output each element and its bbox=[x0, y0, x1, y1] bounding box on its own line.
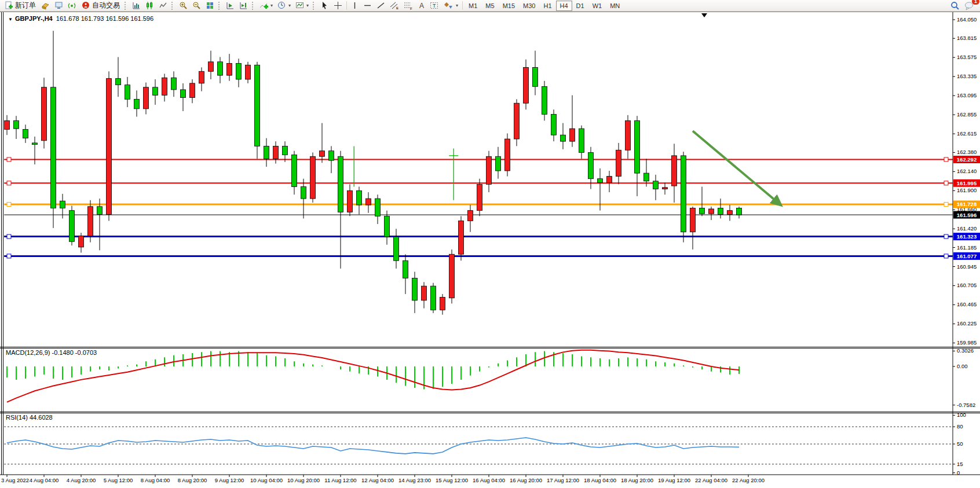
rsi-tick-label: 100 bbox=[957, 412, 966, 418]
bar-chart-button[interactable] bbox=[130, 0, 143, 12]
search-button[interactable] bbox=[948, 0, 962, 12]
price-tick-label: 159.985 bbox=[957, 339, 977, 346]
toolbar-grip[interactable] bbox=[171, 2, 175, 10]
candle bbox=[338, 156, 343, 212]
candle bbox=[385, 216, 390, 237]
shapes-button[interactable]: ▾ bbox=[441, 0, 460, 12]
toolbar-grip[interactable] bbox=[252, 2, 255, 10]
collapse-triangle-icon[interactable]: ▼ bbox=[8, 17, 13, 22]
templates-button[interactable]: ▾ bbox=[293, 0, 311, 12]
chart-plot-area[interactable] bbox=[4, 13, 953, 347]
rsi-tick-label: 0 bbox=[957, 469, 960, 476]
date-label: 17 Aug 12:00 bbox=[547, 477, 579, 483]
auto-scroll-button[interactable] bbox=[224, 0, 237, 12]
candle bbox=[496, 156, 501, 171]
tf-button-M15[interactable]: M15 bbox=[499, 1, 519, 11]
tf-button-M30[interactable]: M30 bbox=[519, 1, 539, 11]
rsi-name: RSI(14) bbox=[6, 414, 28, 421]
toolbar-grip[interactable] bbox=[218, 2, 222, 10]
line-handle[interactable] bbox=[7, 254, 11, 258]
rsi-tick-label: 15 bbox=[957, 461, 963, 467]
tf-button-MN[interactable]: MN bbox=[606, 1, 624, 11]
chart-shift-button[interactable] bbox=[237, 0, 250, 12]
candle bbox=[672, 156, 677, 186]
tf-button-D1[interactable]: D1 bbox=[572, 1, 588, 11]
line-handle[interactable] bbox=[944, 157, 948, 162]
candle bbox=[487, 156, 492, 184]
candle bbox=[236, 64, 242, 79]
crosshair-button[interactable] bbox=[331, 0, 345, 12]
candle bbox=[709, 209, 714, 214]
candle bbox=[524, 67, 529, 103]
candle bbox=[60, 201, 65, 208]
line-handle[interactable] bbox=[7, 234, 11, 239]
candlestick-chart-button[interactable] bbox=[143, 0, 156, 12]
candle bbox=[653, 181, 659, 189]
line-handle[interactable] bbox=[944, 202, 948, 206]
toolbar-grip[interactable] bbox=[125, 2, 128, 10]
price-tick-label: 160.705 bbox=[957, 282, 977, 288]
tf-button-H1[interactable]: H1 bbox=[539, 1, 555, 11]
auto-trading-button[interactable]: 自动交易 bbox=[79, 0, 123, 12]
line-chart-button[interactable] bbox=[156, 0, 170, 12]
signal-icon bbox=[68, 1, 76, 10]
cursor-button[interactable] bbox=[318, 0, 331, 12]
text-button[interactable]: A bbox=[415, 0, 427, 12]
candle bbox=[218, 62, 223, 75]
line-handle[interactable] bbox=[7, 157, 11, 162]
candle bbox=[394, 237, 399, 260]
line-handle[interactable] bbox=[7, 202, 11, 206]
svg-text:F: F bbox=[410, 7, 412, 10]
tf-button-M5[interactable]: M5 bbox=[481, 1, 498, 11]
chart-shift-icon bbox=[239, 1, 248, 10]
candle bbox=[329, 151, 334, 160]
bar-chart-icon bbox=[132, 1, 141, 10]
candle bbox=[171, 78, 177, 90]
zoom-in-button[interactable] bbox=[177, 0, 190, 12]
horizontal-line-button[interactable] bbox=[361, 0, 374, 12]
tile-windows-button[interactable] bbox=[203, 0, 217, 12]
candle bbox=[144, 87, 149, 109]
tf-button-W1[interactable]: W1 bbox=[588, 1, 606, 11]
macd-values: -0.1480 -0.0703 bbox=[52, 349, 97, 356]
candle bbox=[14, 120, 19, 129]
vertical-line-icon bbox=[351, 1, 359, 10]
date-label: 3 Aug 2022 bbox=[1, 477, 29, 483]
chart-window[interactable]: ▼GBPJPY-,H4 161.678 161.793 161.596 161.… bbox=[0, 12, 980, 488]
fibonacci-button[interactable]: F bbox=[401, 0, 415, 12]
vertical-line-button[interactable] bbox=[349, 0, 361, 12]
zoom-out-button[interactable] bbox=[190, 0, 203, 12]
auto-scroll-icon bbox=[226, 1, 235, 10]
zoom-out-icon bbox=[192, 1, 201, 10]
notifications-button[interactable]: 1 bbox=[962, 0, 977, 12]
trendline-button[interactable] bbox=[374, 0, 387, 12]
autotrade-icon bbox=[82, 1, 90, 10]
signal-button[interactable] bbox=[65, 0, 79, 12]
periods-clock-icon bbox=[277, 1, 286, 10]
new-order-button[interactable]: 新订单 bbox=[2, 0, 39, 12]
line-handle[interactable] bbox=[7, 181, 11, 185]
candle bbox=[88, 207, 93, 236]
line-handle[interactable] bbox=[944, 181, 948, 185]
indicators-button[interactable]: ▾ bbox=[257, 0, 275, 12]
price-tick-label: 163.335 bbox=[957, 73, 977, 79]
periods-button[interactable]: ▾ bbox=[275, 0, 293, 12]
candle bbox=[42, 87, 47, 141]
line-handle[interactable] bbox=[944, 234, 948, 239]
candle bbox=[616, 150, 621, 176]
gold-box-button[interactable] bbox=[39, 0, 52, 12]
toolbar-grip[interactable] bbox=[313, 2, 316, 10]
candle bbox=[134, 99, 140, 108]
text-label-button[interactable]: T bbox=[427, 0, 441, 12]
line-handle[interactable] bbox=[944, 254, 948, 258]
candle bbox=[348, 190, 353, 212]
terminal-button[interactable] bbox=[52, 0, 65, 12]
chart-canvas[interactable]: 164.050163.815163.575163.335163.095162.8… bbox=[0, 12, 980, 488]
candle bbox=[246, 65, 251, 79]
tf-button-H4[interactable]: H4 bbox=[556, 1, 572, 11]
candle bbox=[153, 87, 158, 96]
fibonacci-icon: F bbox=[404, 1, 413, 10]
channel-button[interactable]: E bbox=[387, 0, 401, 12]
tf-button-M1[interactable]: M1 bbox=[465, 1, 481, 11]
price-tick-label: 162.615 bbox=[957, 130, 977, 137]
